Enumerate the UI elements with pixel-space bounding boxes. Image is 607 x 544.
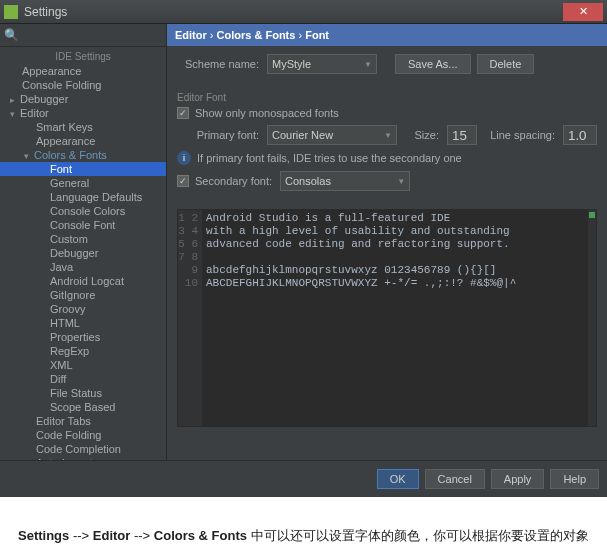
secondary-font-select[interactable]: Consolas▼ bbox=[280, 171, 410, 191]
search-box[interactable]: 🔍 bbox=[0, 24, 166, 47]
scheme-value: MyStyle bbox=[272, 58, 311, 70]
secondary-font-value: Consolas bbox=[285, 175, 331, 187]
secondary-font-label: Secondary font: bbox=[195, 175, 280, 187]
size-label: Size: bbox=[397, 129, 447, 141]
scheme-select[interactable]: MyStyle▼ bbox=[267, 54, 377, 74]
window-title: Settings bbox=[24, 5, 563, 19]
cancel-button[interactable]: Cancel bbox=[425, 469, 485, 489]
settings-tree[interactable]: IDE Settings AppearanceConsole FoldingDe… bbox=[0, 47, 166, 460]
tree-item[interactable]: Editor Tabs bbox=[0, 414, 166, 428]
primary-font-value: Courier New bbox=[272, 129, 333, 141]
caption-text: Settings --> Editor --> Colors & Fonts 中… bbox=[0, 497, 607, 544]
tree-item[interactable]: Font bbox=[0, 162, 166, 176]
sidebar: 🔍 IDE Settings AppearanceConsole Folding… bbox=[0, 24, 167, 460]
scheme-label: Scheme name: bbox=[177, 58, 267, 70]
tree-item[interactable]: File Status bbox=[0, 386, 166, 400]
tree-item[interactable]: Smart Keys bbox=[0, 120, 166, 134]
tree-item[interactable]: Auto Import bbox=[0, 456, 166, 460]
breadcrumb: Editor › Colors & Fonts › Font bbox=[167, 24, 607, 46]
tree-header: IDE Settings bbox=[0, 49, 166, 64]
help-button[interactable]: Help bbox=[550, 469, 599, 489]
tree-item[interactable]: Editor bbox=[0, 106, 166, 120]
tree-item[interactable]: Groovy bbox=[0, 302, 166, 316]
primary-font-select[interactable]: Courier New▼ bbox=[267, 125, 397, 145]
tree-item[interactable]: Debugger bbox=[0, 246, 166, 260]
delete-button[interactable]: Delete bbox=[477, 54, 535, 74]
spacing-label: Line spacing: bbox=[477, 129, 563, 141]
tree-item[interactable]: Scope Based bbox=[0, 400, 166, 414]
chevron-down-icon: ▼ bbox=[397, 177, 405, 186]
chevron-down-icon: ▼ bbox=[364, 60, 372, 69]
tree-item[interactable]: General bbox=[0, 176, 166, 190]
line-gutter: 1 2 3 4 5 6 7 8 9 10 bbox=[178, 210, 202, 426]
tree-item[interactable]: Android Logcat bbox=[0, 274, 166, 288]
fallback-text: If primary font fails, IDE tries to use … bbox=[197, 152, 462, 164]
titlebar[interactable]: Settings ✕ bbox=[0, 0, 607, 24]
tree-item[interactable]: Appearance bbox=[0, 134, 166, 148]
tree-item[interactable]: Console Colors bbox=[0, 204, 166, 218]
monospaced-checkbox[interactable] bbox=[177, 107, 189, 119]
marker-strip bbox=[588, 210, 596, 426]
tree-item[interactable]: Console Font bbox=[0, 218, 166, 232]
info-icon: i bbox=[177, 151, 191, 165]
ok-button[interactable]: OK bbox=[377, 469, 419, 489]
app-icon bbox=[4, 5, 18, 19]
primary-font-label: Primary font: bbox=[177, 129, 267, 141]
tree-item[interactable]: GitIgnore bbox=[0, 288, 166, 302]
size-input[interactable] bbox=[447, 125, 477, 145]
tree-item[interactable]: Custom bbox=[0, 232, 166, 246]
editor-font-section: Editor Font bbox=[167, 88, 607, 107]
tree-item[interactable]: Language Defaults bbox=[0, 190, 166, 204]
close-icon[interactable]: ✕ bbox=[563, 3, 603, 21]
settings-window: Settings ✕ 🔍 IDE Settings AppearanceCons… bbox=[0, 0, 607, 497]
tree-item[interactable]: Java bbox=[0, 260, 166, 274]
spacing-input[interactable] bbox=[563, 125, 597, 145]
tree-item[interactable]: RegExp bbox=[0, 344, 166, 358]
breadcrumb-1: Editor bbox=[175, 29, 207, 41]
tree-item[interactable]: XML bbox=[0, 358, 166, 372]
preview-code[interactable]: Android Studio is a full-featured IDE wi… bbox=[202, 210, 588, 426]
tree-item[interactable]: Properties bbox=[0, 330, 166, 344]
tree-item[interactable]: Code Completion bbox=[0, 442, 166, 456]
monospaced-label: Show only monospaced fonts bbox=[195, 107, 339, 119]
breadcrumb-3: Font bbox=[305, 29, 329, 41]
breadcrumb-2: Colors & Fonts bbox=[217, 29, 296, 41]
marker-dot bbox=[589, 212, 595, 218]
main-panel: Editor › Colors & Fonts › Font Scheme na… bbox=[167, 24, 607, 460]
tree-item[interactable]: Colors & Fonts bbox=[0, 148, 166, 162]
font-preview: 1 2 3 4 5 6 7 8 9 10 Android Studio is a… bbox=[177, 209, 597, 427]
apply-button[interactable]: Apply bbox=[491, 469, 545, 489]
tree-item[interactable]: Code Folding bbox=[0, 428, 166, 442]
tree-item[interactable]: Appearance bbox=[0, 64, 166, 78]
save-as-button[interactable]: Save As... bbox=[395, 54, 471, 74]
dialog-footer: OK Cancel Apply Help bbox=[0, 460, 607, 497]
chevron-down-icon: ▼ bbox=[384, 131, 392, 140]
search-icon: 🔍 bbox=[4, 28, 19, 42]
tree-item[interactable]: HTML bbox=[0, 316, 166, 330]
tree-item[interactable]: Diff bbox=[0, 372, 166, 386]
secondary-checkbox[interactable] bbox=[177, 175, 189, 187]
tree-item[interactable]: Console Folding bbox=[0, 78, 166, 92]
tree-item[interactable]: Debugger bbox=[0, 92, 166, 106]
